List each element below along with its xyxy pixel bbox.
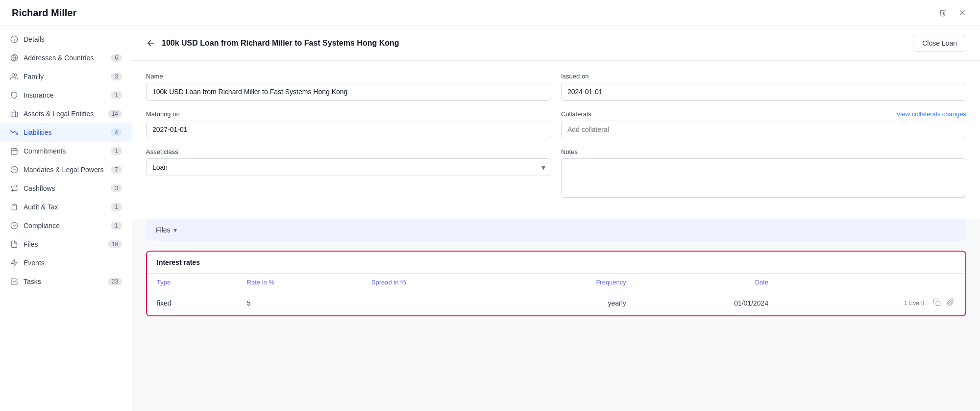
view-collaterals-changes-link[interactable]: View collaterals changes <box>896 110 966 118</box>
sidebar-item-details[interactable]: Details <box>0 30 132 49</box>
sidebar-item-label: Commitments <box>24 147 66 155</box>
files-title: Files <box>156 226 171 234</box>
trending-down-icon <box>10 128 19 137</box>
form-group-issued-on: Issued on <box>561 73 966 101</box>
form-group-notes: Notes <box>561 148 966 198</box>
arrows-icon <box>10 184 19 193</box>
cell-spread <box>362 291 505 315</box>
sidebar-item-label: Family <box>24 73 44 80</box>
back-button[interactable] <box>146 38 156 48</box>
modal-container: Richard Miller <box>0 0 980 411</box>
sidebar-item-mandates-legal-powers[interactable]: Mandates & Legal Powers 7 <box>0 160 132 179</box>
form-row-2: Maturing on Collaterals View collaterals… <box>146 110 966 138</box>
modal-header-actions <box>937 7 968 19</box>
issued-on-input[interactable] <box>561 83 966 101</box>
collaterals-input[interactable] <box>561 121 966 138</box>
form-group-collaterals: Collaterals View collaterals changes <box>561 110 966 138</box>
x-icon <box>958 9 966 17</box>
maturing-on-input[interactable] <box>146 121 551 138</box>
col-type: Type <box>147 274 237 291</box>
sidebar-item-family[interactable]: Family 3 <box>0 67 132 86</box>
close-loan-button[interactable]: Close Loan <box>913 35 966 51</box>
col-frequency: Frequency <box>505 274 636 291</box>
files-header[interactable]: Files ▾ <box>156 226 956 234</box>
modal-title: Richard Miller <box>12 7 76 19</box>
sidebar-item-label: Audit & Tax <box>24 203 58 211</box>
sidebar-item-addresses-countries[interactable]: Addresses & Countries 6 <box>0 49 132 67</box>
asset-class-select[interactable]: Loan <box>146 158 551 176</box>
name-label: Name <box>146 73 551 80</box>
asset-class-label: Asset class <box>146 148 551 155</box>
shield-icon <box>10 91 19 100</box>
form-group-asset-class: Asset class Loan <box>146 148 551 198</box>
files-section: Files ▾ <box>146 219 966 241</box>
sidebar-item-commitments[interactable]: Commitments 1 <box>0 142 132 160</box>
svg-point-7 <box>12 74 14 76</box>
sidebar-badge: 19 <box>108 240 122 248</box>
notes-label: Notes <box>561 148 966 155</box>
sidebar-item-compliance[interactable]: Compliance 1 <box>0 216 132 235</box>
notes-textarea[interactable] <box>561 158 966 198</box>
table-row-actions <box>932 297 956 309</box>
svg-marker-16 <box>11 259 17 266</box>
sidebar-item-assets-legal-entities[interactable]: Assets & Legal Entities 14 <box>0 104 132 123</box>
col-rate: Rate in % <box>237 274 362 291</box>
sidebar-item-label: Events <box>24 259 45 267</box>
sidebar-item-label: Insurance <box>24 91 53 99</box>
sidebar: Details Addresses & Countries 6 <box>0 26 132 411</box>
clipboard-icon <box>10 203 19 211</box>
sidebar-item-label: Mandates & Legal Powers <box>24 166 103 174</box>
calendar-icon <box>10 147 19 155</box>
sidebar-badge: 14 <box>108 110 122 118</box>
close-modal-button[interactable] <box>956 7 968 19</box>
interest-rates-header: Interest rates <box>147 252 965 273</box>
info-icon <box>10 35 19 44</box>
check-circle-icon <box>10 221 19 230</box>
form-group-name: Name <box>146 73 551 101</box>
form-row-1: Name Issued on <box>146 73 966 101</box>
sidebar-item-cashflows[interactable]: Cashflows 3 <box>0 179 132 198</box>
form-group-maturing-on: Maturing on <box>146 110 551 138</box>
sidebar-badge: 7 <box>111 166 122 174</box>
sidebar-badge: 1 <box>111 91 122 99</box>
delete-button[interactable] <box>937 7 949 19</box>
gavel-icon <box>10 165 19 174</box>
trash-icon <box>939 9 947 17</box>
cell-frequency: yearly <box>505 291 636 315</box>
paperclip-icon <box>947 298 955 306</box>
sidebar-item-label: Assets & Legal Entities <box>24 110 94 118</box>
briefcase-icon <box>10 109 19 118</box>
sidebar-item-label: Compliance <box>24 222 60 230</box>
col-events <box>778 274 965 291</box>
sidebar-item-events[interactable]: Events <box>0 254 132 272</box>
sidebar-badge: 3 <box>111 73 122 80</box>
attach-row-button[interactable] <box>946 297 956 309</box>
file-icon <box>10 240 19 249</box>
sidebar-item-tasks[interactable]: Tasks 23 <box>0 272 132 291</box>
sidebar-badge: 1 <box>111 147 122 155</box>
sidebar-badge: 3 <box>111 184 122 192</box>
col-spread: Spread in % <box>362 274 505 291</box>
name-input[interactable] <box>146 83 551 101</box>
arrow-left-icon <box>146 38 156 48</box>
cell-type: fixed <box>147 291 237 315</box>
svg-rect-18 <box>936 301 940 306</box>
sidebar-item-files[interactable]: Files 19 <box>0 235 132 254</box>
sidebar-item-audit-tax[interactable]: Audit & Tax 1 <box>0 198 132 216</box>
maturing-on-label: Maturing on <box>146 110 551 118</box>
content-title: 100k USD Loan from Richard Miller to Fas… <box>162 39 399 48</box>
sidebar-badge: 23 <box>108 278 122 285</box>
sidebar-badge: 4 <box>111 128 122 136</box>
events-count: 1 Event <box>904 300 924 307</box>
cell-actions: 1 Event <box>778 291 965 315</box>
sidebar-item-label: Tasks <box>24 278 41 285</box>
modal-header: Richard Miller <box>0 0 980 26</box>
form-area: Name Issued on Maturing on <box>132 61 980 219</box>
table-row: fixed 5 yearly 01/01/2024 1 Event <box>147 291 965 315</box>
copy-row-button[interactable] <box>932 297 942 309</box>
sidebar-item-liabilities[interactable]: Liabilities 4 <box>0 123 132 142</box>
sidebar-item-insurance[interactable]: Insurance 1 <box>0 86 132 104</box>
files-chevron-icon: ▾ <box>173 226 177 234</box>
col-date: Date <box>636 274 778 291</box>
sidebar-badge: 6 <box>111 54 122 62</box>
